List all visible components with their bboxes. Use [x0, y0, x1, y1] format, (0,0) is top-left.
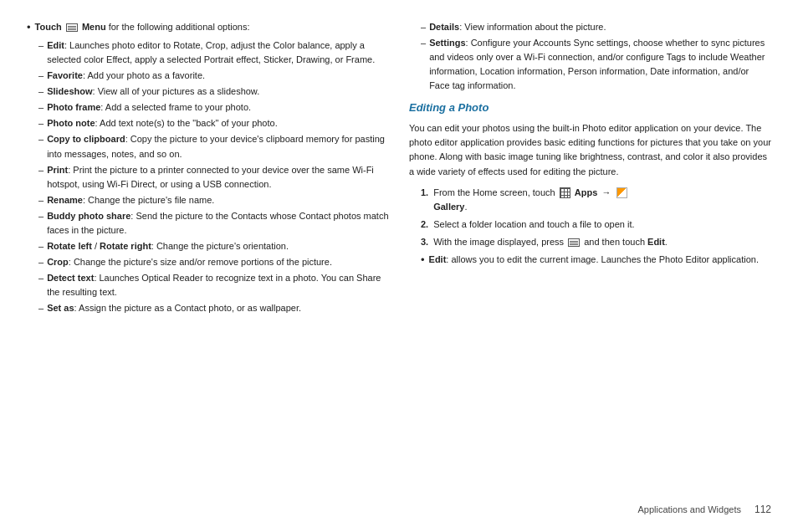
dash-item-photoframe: – Photo frame: Add a selected frame to y… — [38, 100, 389, 115]
dash: – — [38, 38, 43, 53]
arrow-icon: → — [601, 187, 611, 197]
dash: – — [38, 100, 43, 115]
dash-text: Slideshow: View all of your pictures as … — [47, 84, 389, 99]
dash-item-slideshow: – Slideshow: View all of your pictures a… — [38, 84, 389, 99]
step-3: 3. With the image displayed, press and t… — [421, 235, 771, 249]
dash-item-copy: – Copy to clipboard: Copy the picture to… — [38, 132, 389, 161]
dash-text: Details: View information about the pict… — [429, 20, 771, 34]
dash: – — [38, 301, 43, 315]
intro-text: for the following additional options: — [109, 22, 250, 32]
dash-text: Detect text: Launches Optical Reader to … — [47, 271, 389, 299]
dash: – — [421, 20, 426, 34]
dash: – — [38, 239, 43, 253]
step-1-text: From the Home screen, touch Apps → Galle… — [433, 186, 629, 214]
dash: – — [38, 116, 43, 130]
dash: – — [38, 255, 43, 269]
dash-item-favorite: – Favorite: Add your photo as a favorite… — [38, 69, 389, 83]
touch-label: Touch — [35, 22, 62, 32]
step-num-1: 1. — [421, 186, 428, 200]
edit-sub-bullet: • Edit: allows you to edit the current i… — [421, 253, 771, 268]
sub-bullet-dot: • — [421, 253, 425, 268]
dash: – — [38, 84, 43, 99]
content-area: • Touch Menu for the following additiona… — [27, 20, 771, 495]
dash: – — [38, 271, 43, 285]
dash-text: Buddy photo share: Send the picture to t… — [47, 209, 389, 238]
dash-text: Photo note: Add text note(s) to the "bac… — [47, 116, 389, 130]
apps-grid-icon — [560, 187, 570, 198]
bullet-dot: • — [27, 20, 31, 35]
dash-text: Favorite: Add your photo as a favorite. — [47, 69, 389, 83]
touch-text: Touch Menu for the following additional … — [35, 20, 250, 34]
dash-text: Edit: Launches photo editor to Rotate, C… — [47, 38, 389, 67]
dash-item-detect: – Detect text: Launches Optical Reader t… — [38, 271, 389, 299]
footer-label: Applications and Widgets — [637, 504, 741, 514]
section-title: Editing a Photo — [409, 100, 771, 116]
page: • Touch Menu for the following additiona… — [0, 0, 798, 532]
dash: – — [421, 36, 426, 50]
dash-text: Copy to clipboard: Copy the picture to y… — [47, 132, 389, 161]
step-num-2: 2. — [421, 217, 428, 232]
right-column: – Details: View information about the pi… — [409, 20, 771, 495]
dash-text: Photo frame: Add a selected frame to you… — [47, 100, 389, 115]
numbered-list: 1. From the Home screen, touch Apps → Ga… — [421, 186, 771, 249]
edit-sub-text: Edit: allows you to edit the current ima… — [429, 253, 759, 267]
dash: – — [38, 163, 43, 177]
dash-text: Crop: Change the picture's size and/or r… — [47, 255, 389, 269]
dash-item-settings: – Settings: Configure your Accounts Sync… — [421, 36, 771, 93]
dash: – — [38, 209, 43, 223]
menu-label: Menu — [82, 22, 106, 32]
dash-text: Settings: Configure your Accounts Sync s… — [429, 36, 771, 93]
step-2: 2. Select a folder location and touch a … — [421, 217, 771, 232]
dash: – — [38, 132, 43, 146]
gallery-label: Gallery — [433, 202, 464, 212]
dash-item-rotate: – Rotate left / Rotate right: Change the… — [38, 239, 389, 253]
dash-item-details: – Details: View information about the pi… — [421, 20, 771, 34]
step-2-text: Select a folder location and touch a fil… — [433, 217, 634, 232]
dash-item-photonote: – Photo note: Add text note(s) to the "b… — [38, 116, 389, 130]
dash-item-edit: – Edit: Launches photo editor to Rotate,… — [38, 38, 389, 67]
dash-item-setas: – Set as: Assign the picture as a Contac… — [38, 301, 389, 315]
footer: Applications and Widgets 112 — [27, 495, 771, 515]
dash-text: Rename: Change the picture's file name. — [47, 193, 389, 207]
dash-text: Print: Print the picture to a printer co… — [47, 163, 389, 192]
footer-page-num: 112 — [755, 504, 771, 515]
dash-item-crop: – Crop: Change the picture's size and/or… — [38, 255, 389, 269]
gallery-icon — [616, 187, 627, 198]
section-intro: You can edit your photos using the built… — [409, 121, 771, 178]
dash: – — [38, 193, 43, 207]
dash-text: Rotate left / Rotate right: Change the p… — [47, 239, 389, 253]
menu-icon-step3 — [568, 238, 580, 247]
step-num-3: 3. — [421, 235, 428, 249]
dash-item-buddy: – Buddy photo share: Send the picture to… — [38, 209, 389, 238]
step-3-text: With the image displayed, press and then… — [433, 235, 668, 249]
main-bullet: • Touch Menu for the following additiona… — [27, 20, 389, 35]
dash-text: Set as: Assign the picture as a Contact … — [47, 301, 389, 315]
apps-label: Apps — [575, 187, 598, 197]
dash-item-rename: – Rename: Change the picture's file name… — [38, 193, 389, 207]
left-column: • Touch Menu for the following additiona… — [27, 20, 389, 495]
dash: – — [38, 69, 43, 83]
step-1: 1. From the Home screen, touch Apps → Ga… — [421, 186, 771, 214]
dash-item-print: – Print: Print the picture to a printer … — [38, 163, 389, 192]
menu-icon — [66, 23, 78, 32]
